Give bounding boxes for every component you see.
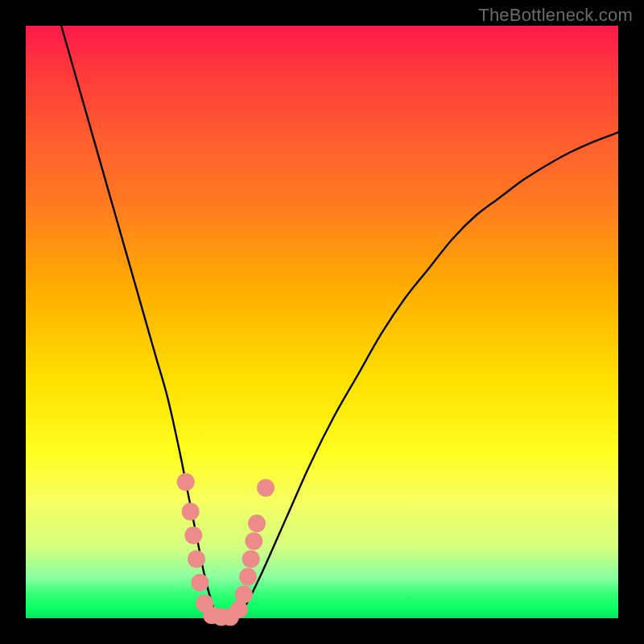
curve-marker	[188, 550, 205, 568]
curve-marker	[239, 568, 257, 585]
curve-marker	[257, 479, 275, 497]
curve-marker	[182, 503, 200, 521]
curve-marker	[191, 574, 208, 592]
plot-area	[26, 26, 618, 618]
curve-marker	[242, 550, 260, 568]
curve-marker	[245, 532, 262, 550]
bottleneck-curve	[61, 26, 618, 619]
chart-frame: TheBottleneck.com	[0, 0, 644, 644]
curve-svg	[26, 26, 618, 618]
watermark-text: TheBottleneck.com	[478, 5, 633, 26]
curve-marker	[235, 586, 253, 604]
curve-marker	[177, 473, 195, 491]
curve-marker	[248, 514, 266, 532]
curve-markers	[177, 473, 275, 626]
curve-marker	[184, 526, 202, 544]
